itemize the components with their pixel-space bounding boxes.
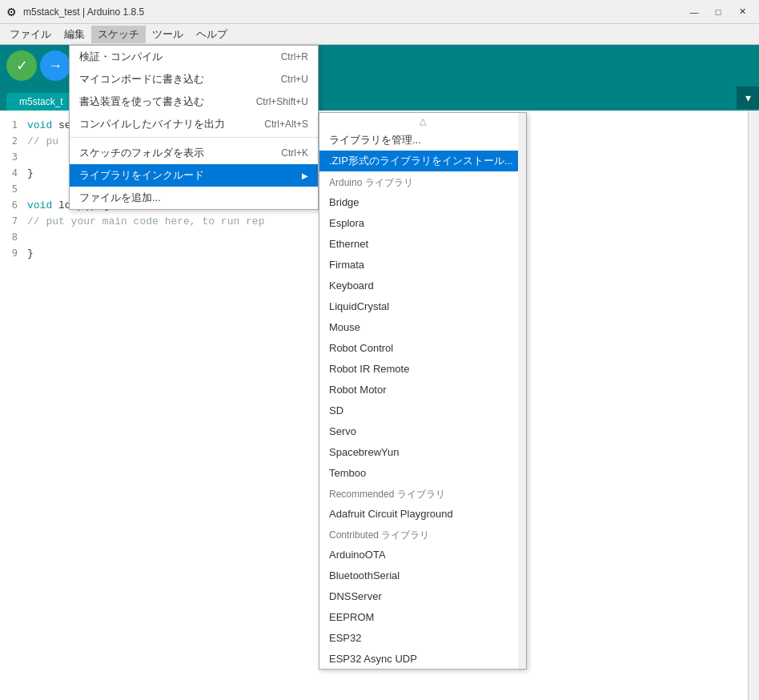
menu-verify[interactable]: 検証・コンパイル Ctrl+R	[70, 46, 318, 68]
menu-help[interactable]: ヘルプ	[190, 26, 234, 43]
maximize-button[interactable]: □	[708, 4, 729, 20]
upload-button[interactable]: →	[40, 50, 70, 81]
menu-tools[interactable]: ツール	[146, 26, 190, 43]
submenu-triangle: △	[319, 113, 526, 130]
tab-dropdown-button[interactable]: ▾	[737, 86, 759, 109]
title-bar: ⚙ m5stack_test | Arduino 1.8.5 — □ ✕	[0, 0, 759, 24]
lib-esplora[interactable]: Esplora	[319, 212, 526, 233]
arduino-libs-header: Arduino ライブラリ	[319, 171, 526, 191]
tab-label: m5stack_t	[19, 96, 63, 107]
manage-libraries-item[interactable]: ライブラリを管理...	[319, 130, 526, 151]
lib-liquidcrystal[interactable]: LiquidCrystal	[319, 296, 526, 316]
zip-install-item[interactable]: .ZIP形式のライブラリをインストール...	[319, 151, 526, 171]
lib-robot-motor[interactable]: Robot Motor	[319, 379, 526, 400]
lib-servo[interactable]: Servo	[319, 420, 526, 441]
menu-edit[interactable]: 編集	[58, 26, 91, 43]
menu-file[interactable]: ファイル	[3, 26, 58, 43]
title-text: m5stack_test | Arduino 1.8.5	[23, 6, 144, 18]
menu-add-file[interactable]: ファイルを追加...	[70, 187, 318, 209]
menu-export-binary[interactable]: コンパイルしたバイナリを出力 Ctrl+Alt+S	[70, 113, 318, 135]
lib-firmata[interactable]: Firmata	[319, 254, 526, 275]
menu-separator	[70, 137, 318, 140]
lib-robot-ir-remote[interactable]: Robot IR Remote	[319, 358, 526, 379]
menu-upload[interactable]: マイコンボードに書き込む Ctrl+U	[70, 68, 318, 91]
lib-sd[interactable]: SD	[319, 400, 526, 420]
lib-esp32-async-udp[interactable]: ESP32 Async UDP	[319, 648, 526, 669]
vertical-scrollbar[interactable]	[748, 111, 759, 700]
lib-spacebrewyun[interactable]: SpacebrewYun	[319, 441, 526, 462]
app-icon: ⚙	[6, 6, 17, 18]
lib-eeprom[interactable]: EEPROM	[319, 606, 526, 627]
menu-include-library[interactable]: ライブラリをインクルード ▶	[70, 164, 318, 187]
lib-mouse[interactable]: Mouse	[319, 316, 526, 337]
contributed-libs-header: Contributed ライブラリ	[319, 524, 526, 544]
lib-arduinoota[interactable]: ArduinoOTA	[319, 544, 526, 565]
recommended-libs-header: Recommended ライブラリ	[319, 483, 526, 503]
window-controls: — □ ✕	[684, 4, 753, 20]
menu-sketch[interactable]: スケッチ	[91, 26, 146, 43]
lib-ethernet[interactable]: Ethernet	[319, 233, 526, 254]
menu-show-folder[interactable]: スケッチのフォルダを表示 Ctrl+K	[70, 142, 318, 164]
menu-upload-programmer[interactable]: 書込装置を使って書き込む Ctrl+Shift+U	[70, 91, 318, 113]
library-submenu: △ ライブラリを管理... .ZIP形式のライブラリをインストール... Ard…	[319, 112, 527, 670]
verify-button[interactable]: ✓	[6, 50, 37, 81]
lib-keyboard[interactable]: Keyboard	[319, 275, 526, 296]
menu-bar: ファイル 編集 スケッチ ツール ヘルプ	[0, 24, 759, 45]
lib-adafruit[interactable]: Adafruit Circuit Playground	[319, 503, 526, 524]
sketch-dropdown-menu: 検証・コンパイル Ctrl+R マイコンボードに書き込む Ctrl+U 書込装置…	[69, 45, 319, 210]
editor-tab[interactable]: m5stack_t	[6, 93, 76, 111]
minimize-button[interactable]: —	[684, 4, 705, 20]
lib-dnsserver[interactable]: DNSServer	[319, 585, 526, 606]
close-button[interactable]: ✕	[732, 4, 753, 20]
lib-bridge[interactable]: Bridge	[319, 191, 526, 212]
lib-temboo[interactable]: Temboo	[319, 462, 526, 483]
submenu-scrollbar[interactable]	[518, 113, 526, 669]
lib-esp32[interactable]: ESP32	[319, 627, 526, 648]
lib-bluetoothserial[interactable]: BluetoothSerial	[319, 565, 526, 585]
lib-robot-control[interactable]: Robot Control	[319, 337, 526, 358]
